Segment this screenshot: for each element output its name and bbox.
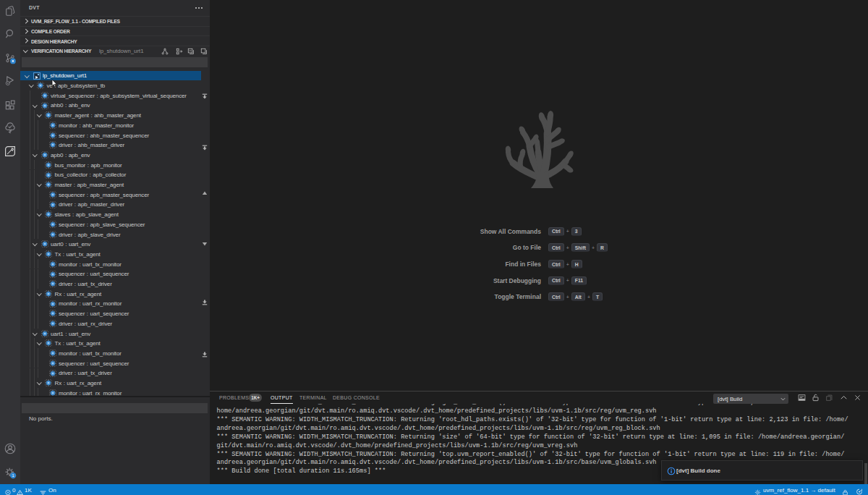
svg-text:1: 1 [12, 473, 14, 478]
